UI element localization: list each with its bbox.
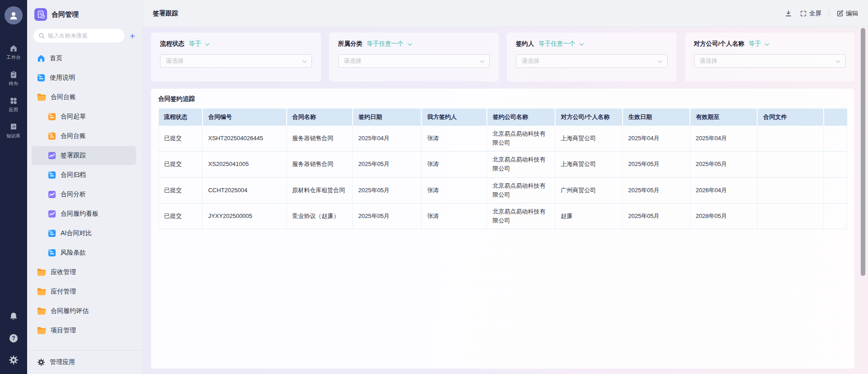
svg-text:AI: AI (12, 125, 15, 128)
filter-label: 流程状态 (160, 40, 184, 48)
chevron-down-icon (302, 58, 307, 63)
rail-item-workbench[interactable]: 工作台 (6, 44, 21, 61)
filter-operator[interactable]: 等于任意一个 (367, 40, 404, 48)
cell-status: 已提交 (159, 177, 203, 203)
cell-contract-no: CCHT2025004 (203, 177, 287, 203)
settings-gear-icon[interactable] (9, 355, 19, 365)
filter-operator[interactable]: 等于 (189, 40, 201, 48)
contract-app-icon (34, 8, 47, 21)
cell-contract-name: 竞业协议（赵廉） (287, 203, 353, 229)
table-row[interactable]: 已提交 JYXY202500005 竞业协议（赵廉） 2025年05月 张涛 北… (159, 203, 847, 229)
cell-counterparty: 赵廉 (555, 203, 623, 229)
chevron-down-icon[interactable] (407, 41, 412, 46)
sidebar-item-performance-board[interactable]: 合同履约看板 (32, 204, 136, 223)
doc-icon (48, 229, 56, 237)
main-header: 签署跟踪 全屏 编辑 (143, 0, 868, 27)
page-title: 签署跟踪 (153, 9, 178, 18)
folder-icon (37, 288, 46, 296)
edit-button[interactable]: 编辑 (836, 9, 858, 18)
bell-icon[interactable] (9, 312, 19, 322)
sidebar-item-payables[interactable]: 应付管理 (32, 282, 136, 301)
category-select[interactable]: 请选择 (338, 54, 490, 68)
doc-icon (48, 171, 56, 179)
cell-contract-no: XSHT202504026445 (203, 126, 287, 151)
knowledge-ai-book-icon: AI (9, 123, 18, 131)
search-input[interactable] (48, 33, 120, 39)
chart-icon (48, 151, 56, 160)
chart-icon (48, 210, 56, 218)
cell-our-signer: 张涛 (421, 126, 487, 151)
sidebar-item-contract-analysis[interactable]: 合同分析 (32, 185, 136, 204)
todo-clipboard-icon (9, 71, 18, 79)
chevron-down-icon[interactable] (579, 41, 584, 46)
col-header: 流程状态 (159, 109, 203, 126)
rail-item-label: 工作台 (6, 54, 21, 61)
cell-our-signer: 张涛 (421, 151, 487, 177)
fullscreen-label: 全屏 (809, 9, 821, 18)
sidebar-item-receivables[interactable]: 应收管理 (32, 263, 136, 282)
edit-label: 编辑 (846, 9, 858, 18)
sidebar-item-home[interactable]: 首页 (32, 49, 136, 68)
cell-sign-date: 2025年05月 (353, 177, 421, 203)
cell-sign-date: 2025年05月 (353, 203, 421, 229)
rail-item-knowledge[interactable]: AI 知识库 (6, 123, 21, 139)
cell-contract-name: 服务器销售合同 (287, 126, 353, 151)
fullscreen-button[interactable]: 全屏 (800, 9, 821, 18)
sidebar-item-contract-draft[interactable]: 合同起草 (32, 107, 136, 126)
cell-file (757, 177, 823, 203)
col-header: 生效日期 (623, 109, 690, 126)
vertical-scrollbar[interactable] (861, 28, 865, 276)
edit-icon (836, 10, 844, 17)
cell-company: 北京易点易动科技有限公司 (487, 151, 555, 177)
sidebar-item-contract-ledger-group[interactable]: 合同台账 (32, 88, 136, 107)
doc-icon (48, 113, 56, 121)
avatar[interactable] (5, 6, 23, 24)
cell-company: 北京易点易动科技有限公司 (487, 203, 555, 229)
filter-card-counterparty: 对方公司/个人名称 等于 请选择 (685, 33, 855, 81)
counterparty-select[interactable]: 请选择 (694, 54, 846, 68)
sidebar-item-signing-tracking[interactable]: 签署跟踪 (32, 146, 136, 165)
sidebar-item-contract-archive[interactable]: 合同归档 (32, 166, 136, 185)
signer-select[interactable]: 请选择 (516, 54, 668, 68)
col-header: 我方签约人 (421, 109, 487, 126)
header-actions: 全屏 编辑 (784, 9, 858, 18)
download-icon[interactable] (784, 9, 793, 18)
main-area: 签署跟踪 全屏 编辑 流程状态 等于 (143, 0, 868, 374)
cell-counterparty: 上海商贸公司 (555, 151, 623, 177)
chevron-down-icon[interactable] (765, 41, 769, 46)
filter-operator[interactable]: 等于 (749, 40, 761, 48)
cell-sign-date: 2025年04月 (353, 126, 421, 151)
cell-valid-until: 2026年04月 (690, 177, 757, 203)
col-header (824, 109, 847, 126)
sidebar-item-contract-ledger[interactable]: 合同台账 (32, 127, 136, 146)
col-header: 合同文件 (757, 109, 823, 126)
rail-item-todo[interactable]: 待办 (9, 71, 19, 87)
rail-item-apps[interactable]: 应用 (9, 97, 19, 113)
cell-contract-no: XS2025041005 (203, 151, 287, 177)
cell-extra (824, 203, 847, 229)
cell-counterparty: 上海商贸公司 (555, 126, 623, 151)
table-row[interactable]: 已提交 XS2025041005 服务器销售合同 2025年05月 张涛 北京易… (159, 151, 847, 177)
divider (829, 10, 829, 17)
chevron-down-icon[interactable] (205, 41, 210, 46)
app-title: 合同管理 (52, 10, 79, 19)
workbench-home-icon (9, 44, 18, 52)
sidebar-item-risk-clauses[interactable]: 风险条款 (32, 243, 136, 262)
sidebar-item-usage-guide[interactable]: 使用说明 (32, 68, 136, 87)
col-header: 合同名称 (287, 109, 353, 126)
sidebar-item-project-management[interactable]: 项目管理 (32, 321, 136, 340)
filter-operator[interactable]: 等于任意一个 (539, 40, 576, 48)
add-button[interactable]: + (129, 31, 136, 41)
filter-label: 签约人 (516, 40, 534, 48)
table-row[interactable]: 已提交 CCHT2025004 原材料仓库租赁合同 2025年05月 张涛 北京… (159, 177, 847, 203)
sidebar-item-performance-evaluation[interactable]: 合同履约评估 (32, 302, 136, 321)
filter-card-process-status: 流程状态 等于 请选择 (151, 33, 321, 81)
col-header: 签约公司名称 (487, 109, 555, 126)
sidebar-item-ai-contract-compare[interactable]: AI合同对比 (32, 224, 136, 243)
filter-card-signer: 签约人 等于任意一个 请选择 (507, 33, 677, 81)
help-icon[interactable]: ? (9, 333, 19, 343)
sidebar-item-manage-apps[interactable]: 管理应用 (32, 353, 136, 371)
chevron-down-icon (658, 58, 662, 63)
process-status-select[interactable]: 请选择 (160, 54, 312, 68)
table-row[interactable]: 已提交 XSHT202504026445 服务器销售合同 2025年04月 张涛… (159, 126, 847, 151)
